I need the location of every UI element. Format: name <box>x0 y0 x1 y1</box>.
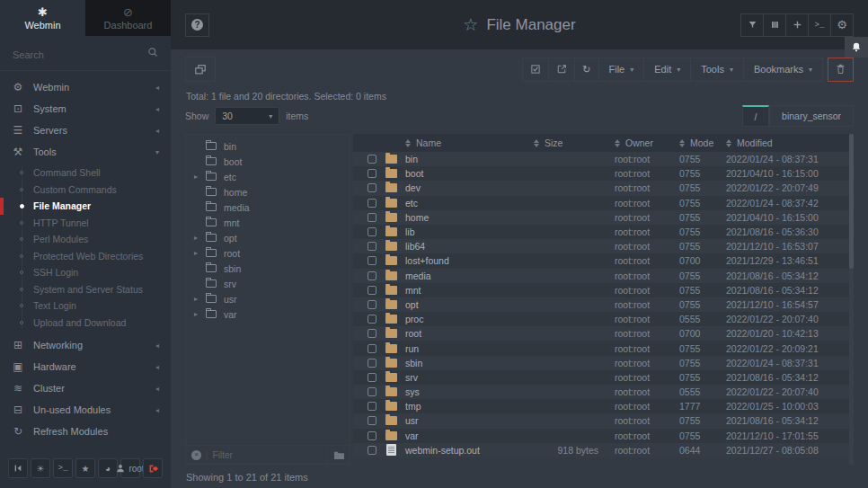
row-checkbox[interactable] <box>368 242 376 251</box>
file-name[interactable]: proc <box>405 314 534 324</box>
row-checkbox[interactable] <box>368 387 376 396</box>
file-name[interactable]: lib64 <box>405 241 534 252</box>
row-checkbox[interactable] <box>368 344 376 353</box>
table-row[interactable]: sbinroot:root07552022/01/24 - 08:37:31 <box>353 356 854 370</box>
row-checkbox[interactable] <box>368 227 376 236</box>
file-name[interactable]: srv <box>405 372 534 383</box>
file-name[interactable]: tmp <box>405 401 534 412</box>
tree-item-etc[interactable]: ▸etc <box>186 169 350 184</box>
column-header-mode[interactable]: Mode <box>679 138 726 148</box>
file-name[interactable]: usr <box>405 415 534 426</box>
table-row[interactable]: mediaroot:root07552021/08/16 - 05:34:12 <box>353 269 854 283</box>
bookmarks-menu-button[interactable]: Bookmarks▾ <box>743 58 823 82</box>
sidebar-item-tools[interactable]: ⚒Tools▾ <box>0 141 171 163</box>
theme-sun-button[interactable]: ☀ <box>31 458 50 478</box>
table-row[interactable]: varroot:root07552021/12/10 - 17:01:55 <box>353 429 854 443</box>
table-row[interactable]: mntroot:root07552021/08/16 - 05:34:12 <box>353 283 854 297</box>
table-row[interactable]: tmproot:root17772022/01/25 - 10:00:03 <box>353 399 854 413</box>
row-checkbox[interactable] <box>368 256 376 265</box>
file-name[interactable]: sys <box>405 386 534 397</box>
tree-item-var[interactable]: ▸var <box>186 306 350 322</box>
file-name[interactable]: etc <box>405 198 534 209</box>
file-name[interactable]: sbin <box>405 358 534 368</box>
table-row[interactable]: homeroot:root07552021/04/10 - 16:15:00 <box>353 210 854 225</box>
sidebar-item-custom-commands[interactable]: Custom Commands <box>0 182 171 199</box>
expand-arrow-icon[interactable]: ▸ <box>186 249 206 257</box>
sidebar-item-protected-web-directories[interactable]: Protected Web Directories <box>0 248 171 265</box>
row-checkbox[interactable] <box>368 315 376 324</box>
row-checkbox[interactable] <box>368 329 376 338</box>
logout-button[interactable] <box>143 458 163 478</box>
clear-filter-icon[interactable]: × <box>191 450 201 460</box>
collapse-sidebar-button[interactable] <box>8 458 28 478</box>
file-name[interactable]: mnt <box>405 285 534 296</box>
choose-folder-button[interactable] <box>327 446 350 464</box>
expand-arrow-icon[interactable]: ▸ <box>186 295 206 303</box>
file-name[interactable]: media <box>405 271 534 281</box>
row-checkbox[interactable] <box>368 199 376 208</box>
favorites-star-button[interactable]: ★ <box>75 458 95 478</box>
tree-item-srv[interactable]: srv <box>186 276 350 291</box>
row-checkbox[interactable] <box>368 300 376 309</box>
row-checkbox[interactable] <box>368 359 376 368</box>
file-name[interactable]: bin <box>405 154 534 164</box>
file-name[interactable]: boot <box>405 168 534 179</box>
shell-button[interactable]: >_ <box>808 13 831 37</box>
add-button[interactable] <box>785 13 809 37</box>
breadcrumb-root[interactable]: / <box>742 105 769 127</box>
table-row[interactable]: lib64root:root07552021/12/10 - 16:53:07 <box>353 239 854 253</box>
sidebar-item-upload-and-download[interactable]: Upload and Download <box>0 315 171 332</box>
columns-button[interactable] <box>763 13 786 37</box>
table-row[interactable]: rootroot:root07002022/01/20 - 10:42:13 <box>353 326 854 341</box>
column-header-owner[interactable]: Owner <box>615 138 679 148</box>
row-checkbox[interactable] <box>368 446 376 455</box>
expand-arrow-icon[interactable]: ▸ <box>186 234 206 242</box>
row-checkbox[interactable] <box>368 183 376 192</box>
sidebar-item-ssh-login[interactable]: SSH Login <box>0 264 171 281</box>
row-checkbox[interactable] <box>368 402 376 411</box>
file-name[interactable]: dev <box>405 182 534 193</box>
sidebar-item-command-shell[interactable]: Command Shell <box>0 164 171 182</box>
sidebar-item-servers[interactable]: ☰Servers◂ <box>0 120 171 141</box>
table-row[interactable]: bootroot:root07552021/04/10 - 16:15:00 <box>353 166 854 181</box>
table-row[interactable]: procroot:root05552022/01/22 - 20:07:40 <box>353 312 854 326</box>
filter-button[interactable] <box>740 13 764 37</box>
page-size-select[interactable]: 30 ▾ <box>215 107 279 125</box>
table-row[interactable]: runroot:root07552022/01/22 - 20:09:21 <box>353 341 854 355</box>
tree-item-media[interactable]: media <box>186 200 350 215</box>
file-menu-button[interactable]: File▾ <box>598 58 645 82</box>
file-name[interactable]: lost+found <box>405 255 534 266</box>
trash-button[interactable] <box>828 58 854 82</box>
file-name[interactable]: opt <box>405 299 534 310</box>
row-checkbox[interactable] <box>368 169 376 178</box>
settings-gear-button[interactable]: ⚙ <box>830 13 854 37</box>
table-row[interactable]: sysroot:root05552022/01/22 - 20:07:40 <box>353 385 854 399</box>
tab-webmin[interactable]: ✱ Webmin <box>0 0 85 36</box>
row-checkbox[interactable] <box>368 416 376 425</box>
row-checkbox[interactable] <box>368 286 376 295</box>
file-name[interactable]: root <box>405 328 534 339</box>
sidebar-item-system-and-server-status[interactable]: System and Server Status <box>0 281 171 298</box>
share-export-button[interactable] <box>548 58 575 82</box>
sidebar-item-refresh-modules[interactable]: ↻Refresh Modules <box>0 421 171 442</box>
file-name[interactable]: home <box>405 212 534 223</box>
row-checkbox[interactable] <box>368 213 376 222</box>
sidebar-item-perl-modules[interactable]: Perl Modules <box>0 231 171 248</box>
user-button[interactable]: root <box>120 458 140 478</box>
tree-item-mnt[interactable]: mnt <box>186 215 350 230</box>
tab-dashboard[interactable]: ⊘ Dashboard <box>85 0 171 36</box>
language-globe-button[interactable]: ◕ <box>98 458 118 478</box>
row-checkbox[interactable] <box>368 431 376 440</box>
file-name[interactable]: var <box>405 430 534 441</box>
sidebar-item-webmin[interactable]: ⚙Webmin◂ <box>0 76 171 98</box>
sidebar-item-networking[interactable]: ⊞Networking◂ <box>0 334 171 356</box>
table-row[interactable]: webmin-setup.out918 bytesroot:root064420… <box>353 443 854 457</box>
tree-item-sbin[interactable]: sbin <box>186 261 350 276</box>
edit-menu-button[interactable]: Edit▾ <box>643 58 691 82</box>
select-all-button[interactable] <box>522 58 549 82</box>
favorite-star-icon[interactable]: ☆ <box>463 16 478 33</box>
row-checkbox[interactable] <box>368 271 376 280</box>
table-row[interactable]: lost+foundroot:root07002021/12/29 - 13:4… <box>353 253 854 268</box>
row-checkbox[interactable] <box>368 373 376 382</box>
sidebar-item-hardware[interactable]: ▣Hardware◂ <box>0 356 171 377</box>
